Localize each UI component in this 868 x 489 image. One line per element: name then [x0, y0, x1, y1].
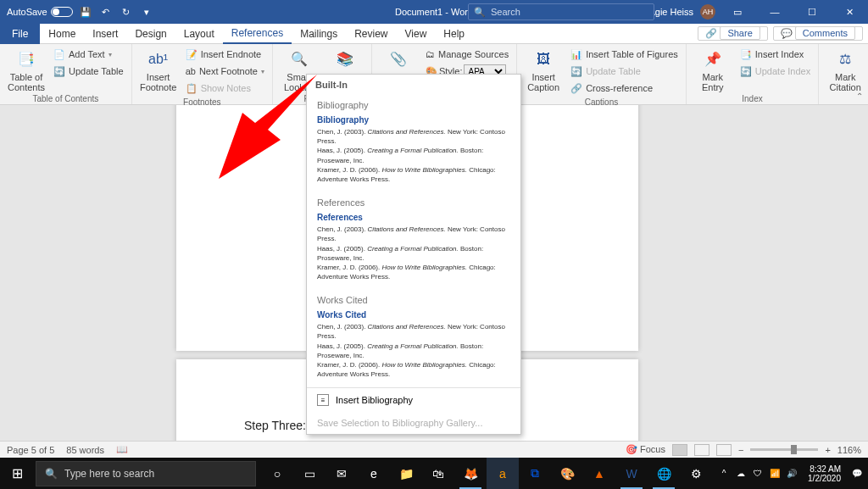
share-button[interactable]: 🔗 Share [698, 26, 767, 41]
insert-index-button[interactable]: 📑 Insert Index [737, 47, 813, 62]
tab-insert[interactable]: Insert [84, 24, 126, 44]
cortana-icon[interactable]: ○ [261, 458, 293, 489]
mail-icon[interactable]: ✉ [326, 458, 358, 489]
collapse-ribbon-icon[interactable]: ⌃ [856, 92, 863, 101]
manage-sources-button[interactable]: 🗂 Manage Sources [423, 47, 511, 62]
close-icon[interactable]: ✕ [834, 0, 865, 24]
titlebar: AutoSave 💾 ↶ ↻ ▾ Document1 - Word 🔍 Sear… [0, 0, 868, 24]
mark-entry-button[interactable]: 📌Mark Entry [692, 47, 734, 92]
tray-up-icon[interactable]: ^ [718, 468, 730, 480]
caption-icon: 🖼 [532, 48, 554, 70]
tab-file[interactable]: File [0, 24, 40, 44]
status-bar: Page 5 of 5 85 words 📖 🎯 Focus − + 116% [0, 441, 868, 458]
mark-citation-button[interactable]: ⚖Mark Citation [824, 47, 866, 92]
insert-footnote-button[interactable]: ab¹Insert Footnote [137, 47, 180, 96]
insert-biblio-icon: ≡ [317, 394, 329, 406]
annotation-arrow [200, 70, 319, 181]
vlc-icon[interactable]: ▲ [583, 458, 615, 489]
start-button[interactable]: ⊞ [0, 458, 34, 489]
tab-layout[interactable]: Layout [175, 24, 223, 44]
onedrive-icon[interactable]: ☁ [735, 468, 747, 480]
web-layout-view-icon[interactable] [716, 444, 732, 456]
save-icon[interactable]: 💾 [78, 4, 93, 19]
volume-icon[interactable]: 🔊 [786, 468, 798, 480]
menu-tabs: File Home Insert Design Layout Reference… [0, 24, 868, 44]
update-table-button: 🔄 Update Table [568, 64, 681, 79]
minimize-icon[interactable]: — [760, 0, 790, 24]
smart-lookup-icon: 🔍 [288, 48, 310, 70]
taskbar-search[interactable]: 🔍Type here to search [36, 461, 256, 486]
zoom-level[interactable]: 116% [837, 445, 861, 455]
task-view-icon[interactable]: ▭ [293, 458, 326, 489]
autosave-toggle[interactable]: AutoSave [7, 7, 73, 17]
tab-references[interactable]: References [223, 24, 292, 44]
toc-icon: 📑 [15, 48, 37, 70]
zoom-slider[interactable] [750, 448, 818, 451]
word-icon[interactable]: W [615, 458, 648, 489]
tab-mailings[interactable]: Mailings [292, 24, 346, 44]
add-text-button[interactable]: 📄 Add Text [51, 47, 126, 62]
tab-view[interactable]: View [397, 24, 436, 44]
clock[interactable]: 8:32 AM 1/2/2020 [803, 464, 846, 483]
amazon-icon[interactable]: a [487, 458, 519, 489]
wifi-icon[interactable]: 📶 [769, 468, 781, 480]
insert-endnote-button[interactable]: 📝 Insert Endnote [183, 47, 267, 62]
security-icon[interactable]: 🛡 [752, 468, 764, 480]
spell-check-icon[interactable]: 📖 [116, 444, 128, 455]
word-count[interactable]: 85 words [66, 445, 104, 455]
table-of-contents-button[interactable]: 📑Table of Contents [5, 47, 47, 92]
zoom-out-icon[interactable]: − [738, 445, 743, 455]
redo-icon[interactable]: ↻ [119, 4, 134, 19]
tab-design[interactable]: Design [126, 24, 175, 44]
tab-home[interactable]: Home [40, 24, 84, 44]
gallery-references[interactable]: References References Chen, J. (2003). C… [307, 192, 520, 290]
undo-icon[interactable]: ↶ [98, 4, 114, 19]
update-index-button: 🔄 Update Index [737, 64, 813, 79]
comments-button[interactable]: 💬 Comments [773, 26, 863, 41]
user-name[interactable]: Agie Heiss [648, 7, 693, 17]
focus-mode[interactable]: 🎯 Focus [626, 444, 665, 455]
ribbon-display-icon[interactable]: ▭ [722, 0, 753, 24]
svg-marker-0 [219, 75, 317, 179]
researcher-icon: 📚 [334, 48, 356, 70]
insert-bibliography-option[interactable]: ≡Insert Bibliography [307, 388, 520, 412]
page-number[interactable]: Page 5 of 5 [7, 445, 54, 455]
avatar[interactable]: AH [700, 4, 715, 19]
group-label: Index [692, 92, 813, 105]
zoom-in-icon[interactable]: + [825, 445, 830, 455]
gimp-icon[interactable]: 🎨 [551, 458, 583, 489]
mark-citation-icon: ⚖ [834, 48, 856, 70]
document-title: Document1 - Word [395, 7, 473, 17]
citation-icon: 📎 [387, 48, 409, 70]
gallery-works-cited[interactable]: Works Cited Works Cited Chen, J. (2003).… [307, 290, 520, 387]
firefox-icon[interactable]: 🦊 [454, 458, 487, 489]
settings-icon[interactable]: ⚙ [680, 458, 712, 489]
cross-reference-button[interactable]: 🔗 Cross-reference [568, 81, 681, 96]
insert-caption-button[interactable]: 🖼Insert Caption [522, 47, 565, 96]
search-icon: 🔍 [45, 468, 58, 480]
search-box[interactable]: 🔍 Search [468, 3, 654, 20]
edge-icon[interactable]: e [358, 458, 390, 489]
mark-entry-icon: 📌 [702, 48, 724, 70]
dropdown-header: Built-In [307, 75, 520, 95]
group-label: Table of Contents [5, 92, 126, 105]
dropbox-icon[interactable]: ⧉ [519, 458, 551, 489]
store-icon[interactable]: 🛍 [422, 458, 454, 489]
taskbar: ⊞ 🔍Type here to search ○ ▭ ✉ e 📁 🛍 🦊 a ⧉… [0, 458, 868, 489]
bibliography-dropdown: Built-In Bibliography Bibliography Chen,… [306, 74, 521, 435]
insert-table-figures-button[interactable]: 📊 Insert Table of Figures [568, 47, 681, 62]
save-selection-option: Save Selection to Bibliography Gallery..… [307, 412, 520, 434]
maximize-icon[interactable]: ☐ [797, 0, 827, 24]
gallery-bibliography[interactable]: Bibliography Bibliography Chen, J. (2003… [307, 95, 520, 192]
read-mode-view-icon[interactable] [694, 444, 709, 456]
search-icon: 🔍 [474, 7, 486, 18]
update-table-button[interactable]: 🔄 Update Table [51, 64, 126, 79]
tab-review[interactable]: Review [346, 24, 396, 44]
footnote-icon: ab¹ [147, 48, 170, 70]
tab-help[interactable]: Help [435, 24, 473, 44]
qat-more-icon[interactable]: ▾ [139, 4, 154, 19]
notifications-icon[interactable]: 💬 [851, 468, 863, 480]
print-layout-view-icon[interactable] [672, 444, 687, 456]
explorer-icon[interactable]: 📁 [390, 458, 422, 489]
chrome-icon[interactable]: 🌐 [648, 458, 680, 489]
